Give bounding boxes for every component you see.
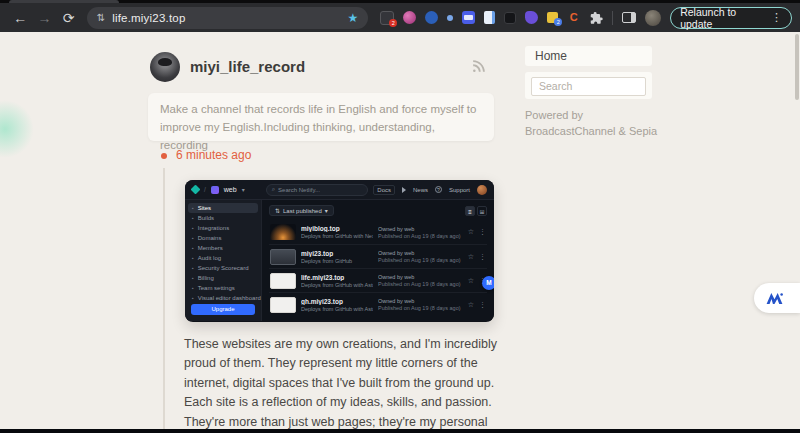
- star-outline-icon: ☆: [468, 253, 474, 261]
- channel-title: miyi_life_record: [190, 58, 305, 75]
- site-name: life.miyi23.top: [301, 274, 373, 281]
- channel-avatar[interactable]: [150, 52, 180, 82]
- embed-sidebar-item-sites: ▪Sites: [188, 203, 258, 213]
- embed-sidebar-item-billing: ▪Billing: [185, 273, 261, 283]
- site-published: Published on Aug 19 (8 days ago): [378, 257, 463, 263]
- item-label: Billing: [198, 275, 214, 281]
- item-icon: ▪: [192, 235, 194, 241]
- item-label: Integrations: [198, 225, 229, 231]
- site-deploy-info: Deploys from GitHub with Astro: [301, 282, 373, 288]
- team-chevron-icon: ▾: [242, 186, 245, 193]
- site-thumbnail: [270, 249, 296, 265]
- embed-topbar: / web ▾ ⌕ Search Netlify... Docs News ? …: [185, 180, 494, 200]
- extension-icon-10[interactable]: C: [567, 11, 580, 24]
- embed-user-avatar: [477, 185, 487, 195]
- bookmark-star-icon[interactable]: ★: [347, 11, 358, 25]
- embed-search-box: ⌕ Search Netlify...: [266, 184, 369, 196]
- extension-icon-3[interactable]: [425, 11, 438, 24]
- site-name: gh.miyi23.top: [301, 298, 373, 305]
- browser-toolbar: ← → ⟳ ⇅ life.miyi23.top ★ 2 2 C: [0, 3, 800, 32]
- side-panel-icon[interactable]: [622, 12, 636, 23]
- site-thumbnail: [270, 224, 296, 240]
- embed-sidebar-item-members: ▪Members: [185, 243, 261, 253]
- extensions-row: 2 2 C: [380, 10, 661, 26]
- url-text[interactable]: life.miyi23.top: [112, 12, 185, 24]
- item-icon: ▪: [192, 205, 194, 211]
- item-icon: ▪: [192, 215, 194, 221]
- netlify-logo-icon: [191, 185, 201, 195]
- site-published: Published on Aug 19 (8 days ago): [378, 305, 463, 311]
- relaunch-label: Relaunch to update: [680, 6, 764, 30]
- extensions-puzzle-icon[interactable]: [589, 11, 603, 25]
- search-input[interactable]: [531, 77, 646, 96]
- post-image-dashboard-screenshot[interactable]: / web ▾ ⌕ Search Netlify... Docs News ? …: [185, 180, 494, 322]
- site-owner: Owned by web: [378, 250, 463, 256]
- embed-sidebar: ▪Sites ▪Builds ▪Integrations ▪Domains ▪M…: [185, 200, 262, 321]
- powered-by-text: Powered by BroadcastChannel & Sepia: [525, 108, 657, 140]
- extension-icon-7[interactable]: [504, 12, 516, 24]
- site-owner: Owned by web: [378, 226, 463, 232]
- docs-link: Docs: [373, 185, 395, 195]
- address-bar[interactable]: ⇅ life.miyi23.top ★: [87, 7, 368, 29]
- embed-topnav: Docs News ? Support: [373, 185, 487, 195]
- embed-site-row: miyi23.top Deploys from GitHub Owned by …: [269, 244, 487, 268]
- star-outline-icon: ☆: [468, 228, 474, 236]
- site-name: miyiblog.top: [301, 225, 373, 232]
- site-deploy-info: Deploys from GitHub: [301, 258, 373, 264]
- news-icon: [402, 187, 406, 193]
- team-name: web: [224, 186, 237, 193]
- list-view-icon: ≡: [465, 206, 475, 216]
- relaunch-to-update-button[interactable]: Relaunch to update ⋮: [670, 7, 792, 29]
- page-scrollbar[interactable]: [795, 34, 799, 100]
- grid-view-icon: ⊞: [477, 206, 487, 216]
- extension-icon-2[interactable]: [403, 11, 416, 24]
- forward-icon[interactable]: →: [32, 10, 56, 26]
- embed-sidebar-item-domains: ▪Domains: [185, 233, 261, 243]
- extension-badge: 2: [554, 18, 562, 26]
- embed-sidebar-item-builds: ▪Builds: [185, 213, 261, 223]
- embed-sidebar-item-audit-log: ▪Audit log: [185, 253, 261, 263]
- item-icon: ▪: [192, 265, 194, 271]
- extension-icon-1[interactable]: 2: [380, 11, 394, 25]
- embed-body: ▪Sites ▪Builds ▪Integrations ▪Domains ▪M…: [185, 200, 494, 321]
- rss-icon[interactable]: [472, 59, 486, 77]
- extension-icon-8[interactable]: [525, 11, 538, 24]
- star-outline-icon: ☆: [468, 301, 474, 309]
- post-timeline-dot: [161, 153, 167, 159]
- row-menu-icon: ⋮: [479, 301, 486, 309]
- extension-icon-5[interactable]: [462, 11, 475, 24]
- embed-list-toolbar: ⇅ Last published ▾ ≡ ⊞: [269, 205, 487, 216]
- item-label: Team settings: [198, 285, 235, 291]
- floating-widget-button[interactable]: [754, 283, 800, 313]
- site-name: miyi23.top: [301, 250, 373, 257]
- support-icon: ?: [435, 186, 442, 193]
- extension-icon-4[interactable]: [447, 15, 453, 21]
- sidebar-search-box: [525, 72, 652, 99]
- embed-sidebar-item-team-settings: ▪Team settings: [185, 283, 261, 293]
- extension-icon-6[interactable]: [484, 11, 495, 24]
- extension-icon-9[interactable]: 2: [547, 12, 558, 23]
- embed-sidebar-item-security: ▪Security Scorecard: [185, 263, 261, 273]
- sidebar-item-home[interactable]: Home: [525, 46, 652, 66]
- embed-floating-widget: M: [482, 276, 494, 290]
- site-published: Published on Aug 19 (8 days ago): [378, 281, 463, 287]
- embed-sidebar-item-integrations: ▪Integrations: [185, 223, 261, 233]
- sort-icon: ⇅: [275, 207, 280, 214]
- site-info-icon[interactable]: ⇅: [97, 12, 105, 23]
- post-timestamp[interactable]: 6 minutes ago: [176, 148, 251, 162]
- item-icon: ▪: [192, 255, 194, 261]
- profile-avatar[interactable]: [645, 10, 661, 26]
- browser-window: ← → ⟳ ⇅ life.miyi23.top ★ 2 2 C: [0, 0, 800, 433]
- reload-icon[interactable]: ⟳: [57, 10, 81, 26]
- site-owner: Owned by web: [378, 274, 463, 280]
- site-owner: Owned by web: [378, 298, 463, 304]
- powered-by-line2: BroadcastChannel & Sepia: [525, 124, 657, 140]
- browser-menu-icon[interactable]: ⋮: [771, 11, 782, 24]
- item-icon: ▪: [192, 285, 194, 291]
- timeline-line: [163, 168, 165, 429]
- item-icon: ▪: [192, 225, 194, 231]
- back-icon[interactable]: ←: [8, 10, 32, 26]
- embed-main: ⇅ Last published ▾ ≡ ⊞ m: [262, 200, 494, 321]
- item-icon: ▪: [192, 245, 194, 251]
- site-deploy-info: Deploys from GitHub with Astro: [301, 306, 373, 312]
